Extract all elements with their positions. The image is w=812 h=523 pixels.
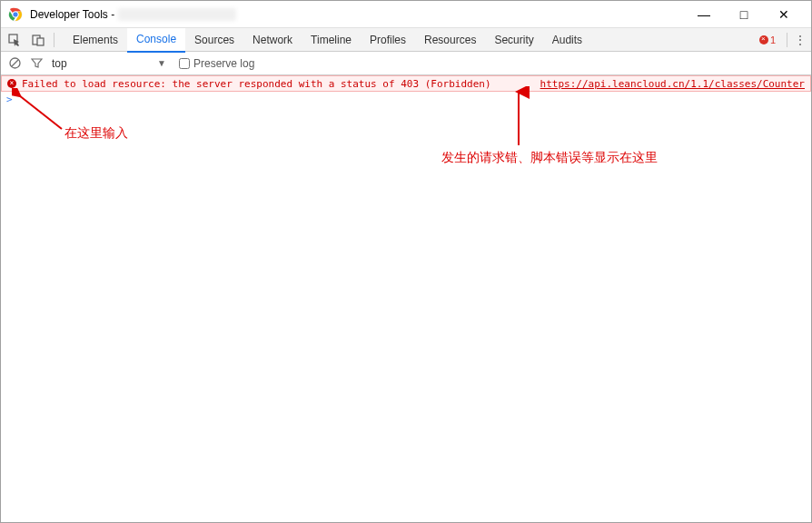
title-redacted [118, 8, 236, 21]
error-x-icon: × [7, 79, 16, 88]
device-toolbar-icon[interactable] [26, 28, 50, 52]
console-error-row[interactable]: × Failed to load resource: the server re… [1, 75, 811, 92]
close-button[interactable]: ✕ [764, 1, 804, 28]
tab-audits[interactable]: Audits [543, 28, 591, 52]
context-selector[interactable]: top ▼ [52, 57, 170, 70]
preserve-log-toggle[interactable]: Preserve log [179, 57, 254, 70]
error-count-value: 1 [770, 35, 776, 45]
error-count-badge[interactable]: 1 [759, 35, 776, 45]
tab-profiles[interactable]: Profiles [361, 28, 415, 52]
tab-elements[interactable]: Elements [64, 28, 127, 52]
annotation-input-hint: 在这里输入 [64, 125, 128, 142]
svg-rect-5 [37, 38, 44, 45]
context-value: top [52, 57, 67, 70]
tab-security[interactable]: Security [485, 28, 542, 52]
inspect-element-icon[interactable] [3, 28, 26, 52]
maximize-button[interactable]: □ [724, 1, 764, 28]
error-message: Failed to load resource: the server resp… [22, 78, 491, 90]
chrome-icon [8, 7, 23, 22]
console-prompt[interactable]: > [1, 92, 811, 107]
tab-resources[interactable]: Resources [415, 28, 485, 52]
clear-console-icon[interactable] [8, 57, 21, 70]
preserve-log-checkbox[interactable] [179, 58, 190, 69]
tab-timeline[interactable]: Timeline [302, 28, 361, 52]
chevron-down-icon: ▼ [157, 58, 166, 68]
error-dot-icon [759, 35, 768, 44]
devtools-tabbar: ElementsConsoleSourcesNetworkTimelinePro… [1, 28, 811, 52]
kebab-menu-icon[interactable]: ⋮ [791, 33, 809, 47]
tab-console[interactable]: Console [127, 28, 185, 53]
window-titlebar: Developer Tools - — □ ✕ [1, 1, 811, 28]
minimize-button[interactable]: — [684, 1, 724, 28]
divider [54, 33, 54, 47]
window-title: Developer Tools - [30, 8, 114, 21]
error-source-link[interactable]: https://api.leancloud.cn/1.1/classes/Cou… [540, 78, 805, 90]
console-panel: × Failed to load resource: the server re… [1, 75, 811, 523]
divider [787, 33, 787, 47]
tab-sources[interactable]: Sources [185, 28, 243, 52]
filter-icon[interactable] [30, 57, 43, 70]
annotation-arrow-error [505, 86, 532, 150]
tab-network[interactable]: Network [243, 28, 302, 52]
svg-line-7 [12, 60, 18, 66]
preserve-log-label: Preserve log [193, 57, 254, 70]
annotation-error-hint: 发生的请求错、脚本错误等显示在这里 [441, 150, 658, 166]
svg-line-8 [19, 95, 62, 129]
console-filterbar: top ▼ Preserve log [1, 52, 811, 75]
annotation-arrow-input [12, 88, 66, 133]
